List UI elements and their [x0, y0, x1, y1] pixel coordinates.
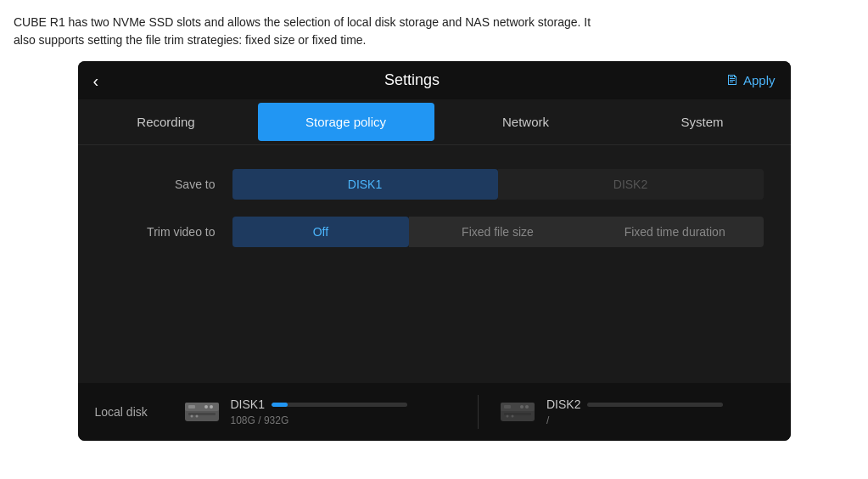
- apply-label: Apply: [743, 73, 776, 87]
- settings-header: ‹ Settings 🖹 Apply: [78, 61, 791, 99]
- local-disk-section: Local disk DISK1: [78, 383, 791, 441]
- disk1-capacity: 108G / 932G: [231, 414, 407, 426]
- svg-rect-10: [504, 405, 511, 409]
- save-to-options: DISK1 DISK2: [232, 169, 764, 200]
- tab-network[interactable]: Network: [438, 99, 614, 144]
- trim-options: Off Fixed file size Fixed time duration: [232, 217, 764, 247]
- disk2-capacity: /: [546, 414, 723, 426]
- disk1-option[interactable]: DISK1: [232, 169, 498, 200]
- svg-point-15: [512, 415, 514, 418]
- apply-icon: 🖹: [725, 73, 739, 88]
- svg-rect-2: [188, 405, 195, 409]
- svg-rect-13: [504, 413, 531, 415]
- tab-recording[interactable]: Recording: [78, 99, 255, 144]
- trim-fixed-size-option[interactable]: Fixed file size: [409, 217, 586, 247]
- back-button[interactable]: ‹: [93, 72, 99, 89]
- disk2-option[interactable]: DISK2: [498, 169, 764, 200]
- tabs-row: Recording Storage policy Network System: [78, 99, 791, 145]
- disk2-info: DISK2 /: [546, 397, 723, 426]
- save-to-row: Save to DISK1 DISK2: [105, 169, 764, 200]
- settings-title: Settings: [384, 71, 440, 89]
- disk1-item: DISK1 108G / 932G: [183, 397, 458, 426]
- settings-content: Save to DISK1 DISK2 Trim video to Off Fi…: [78, 145, 791, 383]
- save-to-label: Save to: [105, 178, 216, 191]
- disk2-usage-bar: [587, 403, 723, 407]
- tab-system[interactable]: System: [614, 99, 791, 144]
- disk2-icon: [499, 399, 536, 425]
- disk1-info: DISK1 108G / 932G: [231, 397, 407, 426]
- svg-point-14: [507, 415, 509, 418]
- disk2-name: DISK2: [546, 397, 723, 411]
- apply-button[interactable]: 🖹 Apply: [725, 73, 776, 88]
- disk1-usage-fill: [272, 403, 288, 407]
- trim-off-option[interactable]: Off: [232, 217, 410, 247]
- svg-point-12: [520, 405, 524, 409]
- disk1-usage-bar: [272, 403, 407, 407]
- disk2-item: DISK2 /: [499, 397, 774, 426]
- disk1-icon: [183, 399, 221, 425]
- trim-video-label: Trim video to: [105, 225, 216, 239]
- svg-point-6: [190, 415, 193, 418]
- disk1-name: DISK1: [231, 397, 407, 411]
- tab-storage-policy[interactable]: Storage policy: [258, 103, 434, 141]
- svg-point-11: [525, 405, 529, 409]
- svg-rect-5: [188, 413, 216, 415]
- settings-panel: ‹ Settings 🖹 Apply Recording Storage pol…: [78, 61, 791, 441]
- trim-fixed-time-option[interactable]: Fixed time duration: [586, 217, 764, 247]
- svg-point-4: [204, 405, 208, 409]
- svg-point-3: [210, 405, 213, 409]
- svg-point-7: [195, 415, 198, 418]
- disk-divider: [478, 395, 479, 429]
- description-text: CUBE R1 has two NVMe SSD slots and allow…: [14, 14, 820, 49]
- trim-video-row: Trim video to Off Fixed file size Fixed …: [105, 217, 764, 247]
- local-disk-label: Local disk: [95, 405, 163, 419]
